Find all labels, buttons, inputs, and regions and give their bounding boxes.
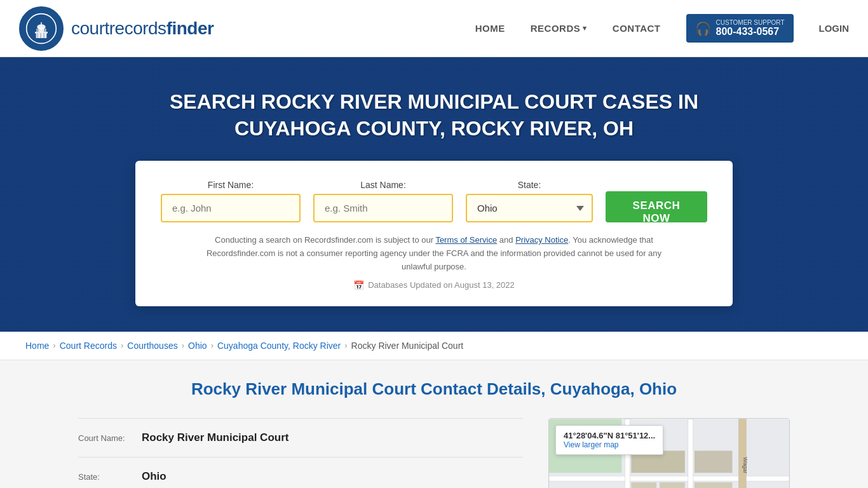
court-name-value: Rocky River Municipal Court <box>142 431 288 444</box>
map-coords: 41°28'04.6"N 81°51'12... <box>564 431 655 440</box>
map-panel: 41°28'04.6"N 81°51'12... View larger map <box>548 418 790 488</box>
court-name-row: Court Name: Rocky River Municipal Court <box>78 419 523 458</box>
state-row: State: Ohio <box>78 458 523 488</box>
svg-rect-6 <box>37 32 38 37</box>
search-fields: First Name: Last Name: State: Ohio Alaba… <box>161 180 707 222</box>
headset-icon: 🎧 <box>695 21 711 36</box>
support-text: CUSTOMER SUPPORT 800-433-0567 <box>716 19 785 37</box>
svg-rect-21 <box>695 482 733 488</box>
breadcrumb-ohio[interactable]: Ohio <box>188 341 207 351</box>
separator-4: › <box>211 341 214 350</box>
first-name-input[interactable] <box>161 194 301 222</box>
section-title: Rocky River Municipal Court Contact Deta… <box>78 379 790 399</box>
first-name-label: First Name: <box>161 180 301 190</box>
logo-area: courtrecordsfinder <box>19 6 214 51</box>
privacy-link[interactable]: Privacy Notice <box>515 235 568 245</box>
chevron-down-icon: ▾ <box>583 24 587 32</box>
separator-5: › <box>344 341 347 350</box>
nav-login[interactable]: LOGIN <box>819 23 850 34</box>
nav-home[interactable]: HOME <box>475 23 505 34</box>
svg-rect-17 <box>688 419 693 488</box>
main-nav: HOME RECORDS ▾ CONTACT 🎧 CUSTOMER SUPPOR… <box>475 14 849 43</box>
state-detail-label: State: <box>78 472 135 482</box>
view-larger-map-link[interactable]: View larger map <box>564 440 618 449</box>
svg-rect-11 <box>43 29 44 34</box>
state-select[interactable]: Ohio Alabama Alaska California Florida N… <box>466 194 593 222</box>
breadcrumb-cuyahoga[interactable]: Cuyahoga County, Rocky River <box>217 341 341 351</box>
svg-rect-14 <box>549 476 789 481</box>
support-button[interactable]: 🎧 CUSTOMER SUPPORT 800-433-0567 <box>686 14 794 43</box>
hero-section: SEARCH ROCKY RIVER MUNICIPAL COURT CASES… <box>0 57 868 332</box>
tos-link[interactable]: Terms of Service <box>435 235 497 245</box>
first-name-group: First Name: <box>161 180 301 222</box>
separator-2: › <box>121 341 123 350</box>
svg-rect-9 <box>37 29 38 34</box>
svg-rect-20 <box>660 482 685 488</box>
svg-rect-12 <box>45 29 46 34</box>
svg-rect-18 <box>738 419 746 488</box>
separator-3: › <box>182 341 184 350</box>
breadcrumb-courthouses[interactable]: Courthouses <box>127 341 177 351</box>
breadcrumb: Home › Court Records › Courthouses › Ohi… <box>0 332 868 360</box>
svg-rect-7 <box>40 32 41 37</box>
nav-contact[interactable]: CONTACT <box>613 23 661 34</box>
breadcrumb-current: Rocky River Municipal Court <box>351 341 464 351</box>
calendar-icon: 📅 <box>353 280 364 290</box>
logo-text: courtrecordsfinder <box>71 18 214 39</box>
svg-rect-8 <box>43 32 44 37</box>
search-box: First Name: Last Name: State: Ohio Alaba… <box>135 161 733 306</box>
site-header: courtrecordsfinder HOME RECORDS ▾ CONTAC… <box>0 0 868 57</box>
svg-text:Wagar: Wagar <box>742 457 749 473</box>
main-content: Rocky River Municipal Court Contact Deta… <box>53 360 815 488</box>
state-label: State: <box>466 180 593 190</box>
svg-rect-23 <box>695 451 733 473</box>
last-name-group: Last Name: <box>313 180 453 222</box>
details-map-row: Court Name: Rocky River Municipal Court … <box>78 418 790 488</box>
logo-icon <box>19 6 64 51</box>
nav-records[interactable]: RECORDS ▾ <box>531 23 587 34</box>
map-container: 41°28'04.6"N 81°51'12... View larger map <box>548 418 790 488</box>
state-detail-value: Ohio <box>142 470 166 483</box>
state-group: State: Ohio Alabama Alaska California Fl… <box>466 180 593 222</box>
last-name-input[interactable] <box>313 194 453 222</box>
db-update: 📅 Databases Updated on August 13, 2022 <box>161 280 707 290</box>
hero-title: SEARCH ROCKY RIVER MUNICIPAL COURT CASES… <box>148 89 720 142</box>
map-tooltip: 41°28'04.6"N 81°51'12... View larger map <box>555 425 663 455</box>
search-disclaimer: Conducting a search on Recordsfinder.com… <box>205 234 663 273</box>
separator-1: › <box>53 341 55 350</box>
search-button[interactable]: SEARCH NOW <box>606 191 707 222</box>
last-name-label: Last Name: <box>313 180 453 190</box>
details-panel: Court Name: Rocky River Municipal Court … <box>78 418 523 488</box>
breadcrumb-home[interactable]: Home <box>25 341 49 351</box>
svg-rect-19 <box>631 482 656 488</box>
svg-rect-5 <box>41 22 42 27</box>
breadcrumb-court-records[interactable]: Court Records <box>60 341 117 351</box>
svg-rect-10 <box>39 29 40 34</box>
court-name-label: Court Name: <box>78 433 135 443</box>
